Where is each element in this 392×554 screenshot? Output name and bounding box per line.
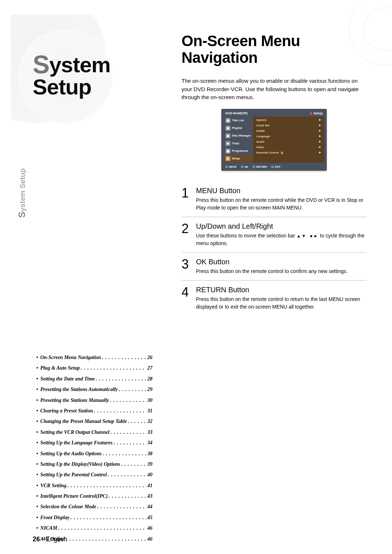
toc-label: Setting the VCR Output Channel (40, 427, 110, 437)
page-language: English (46, 535, 67, 543)
hint-icon (225, 166, 228, 168)
osd-option: Install▶ (254, 128, 323, 134)
toc-label: On-Screen Menu Navigation (40, 352, 101, 363)
step-number: 4 (181, 286, 196, 311)
side-tab-label: System Setup (16, 168, 28, 218)
toc-page-number: 38 (147, 448, 152, 459)
osd-option: Clock Set▶ (254, 123, 323, 128)
bullet-icon: • (36, 491, 38, 501)
osd-option: System▶ (254, 117, 323, 123)
osd-menu-label: Title List (232, 119, 244, 122)
menu-item-icon: ▤ (225, 126, 230, 131)
toc-item: •Presetting the Stations Manually30 (36, 395, 152, 406)
osd-menu-item: ⇄Copy (224, 140, 253, 147)
osd-option-label: System (256, 118, 266, 122)
osd-menu-label: Disc Manager (232, 134, 251, 137)
manual-page: System Setup System Setup •On-Screen Men… (0, 0, 392, 554)
step-title: MENU Button (196, 187, 367, 195)
toc-leader (109, 491, 146, 501)
toc-page-number: 33 (147, 427, 152, 437)
toc-page-number: 46 (147, 534, 152, 544)
step-body: Up/Down and Left/RightUse these buttons … (196, 222, 367, 247)
step-title: RETURN Button (196, 286, 367, 294)
toc-item: •VCR Setting41 (36, 480, 152, 491)
direction-arrows-icon: ▲▼ ◄► (297, 233, 319, 239)
bullet-icon: • (36, 448, 38, 459)
bullet-icon: • (36, 406, 38, 416)
toc-leader (121, 459, 146, 469)
step-number: 3 (181, 258, 196, 275)
toc-leader (70, 512, 146, 523)
bullet-icon: • (36, 512, 38, 523)
right-column: On-Screen Menu Navigation The on-screen … (160, 29, 367, 539)
toc-page-number: 41 (147, 480, 152, 491)
step-description: Press this button on the remote control … (196, 196, 367, 212)
toc-label: Selection the Colour Mode (40, 501, 96, 512)
toc-item: •Presetting the Stations Automatically29 (36, 384, 152, 395)
instruction-step: 1MENU ButtonPress this button on the rem… (181, 182, 367, 217)
chevron-right-icon: ▶ (319, 118, 321, 121)
osd-hint-return: RETURN (253, 166, 267, 168)
toc-label: Setting Up the Audio Options (40, 448, 102, 459)
step-number: 1 (181, 187, 196, 212)
page-number: 26 (33, 535, 40, 543)
toc-item: •Front Display45 (36, 512, 152, 523)
osd-screenshot: DVD-RAM(VR) ◉Setup ▤Title List▤Playlist◉… (221, 109, 327, 171)
step-body: MENU ButtonPress this button on the remo… (196, 187, 367, 212)
toc-page-number: 40 (147, 469, 152, 480)
toc-label: Setting the Date and Time (40, 374, 95, 384)
toc-label: Presetting the Stations Automatically (40, 384, 118, 395)
osd-hint-ok: OK (241, 166, 249, 168)
toc-page-number: 45 (147, 512, 152, 523)
toc-page-number: 34 (147, 437, 152, 448)
osd-hint-exit: EXIT (271, 166, 281, 168)
osd-option: Video▶ (254, 144, 323, 150)
osd-option: Audio▶ (254, 139, 323, 144)
menu-item-icon: ✿ (225, 156, 230, 161)
toc-leader (66, 534, 146, 544)
step-title: Up/Down and Left/Right (196, 222, 367, 231)
bullet-icon: • (36, 374, 38, 384)
toc-label: Presetting the Stations Manually (40, 395, 109, 406)
osd-option-label: Video (256, 146, 264, 149)
chevron-right-icon: ▶ (319, 129, 321, 132)
osd-option: Parental Control🔒▶ (254, 150, 323, 155)
toc-leader (128, 416, 146, 427)
toc-label: Changing the Preset Manual Setup Table (40, 416, 127, 427)
bullet-icon: • (36, 459, 38, 469)
osd-right-panel: System▶Clock Set▶Install▶Language▶Audio▶… (253, 117, 324, 163)
toc-leader (108, 469, 147, 480)
toc-page-number: 31 (147, 406, 152, 416)
bullet-icon: • (36, 384, 38, 395)
osd-menu-item: ▦Programme (224, 147, 253, 155)
toc-page-number: 39 (147, 459, 152, 469)
toc-label: Setting Up the Display(Video) Options (40, 459, 120, 469)
bullet-icon: • (36, 437, 38, 448)
toc-label: NICAM (40, 523, 57, 533)
toc-leader (58, 523, 146, 533)
instruction-step: 3OK ButtonPress this button on the remot… (181, 253, 367, 281)
menu-item-icon: ▦ (225, 148, 230, 154)
osd-header: DVD-RAM(VR) ◉Setup (222, 109, 326, 117)
steps-list: 1MENU ButtonPress this button on the rem… (181, 182, 367, 316)
toc-label: VCR Setting (40, 480, 66, 491)
bullet-icon: • (36, 352, 38, 363)
toc-leader (110, 395, 146, 406)
osd-menu-label: Setup (232, 157, 240, 160)
chevron-right-icon: ▶ (319, 140, 321, 143)
table-of-contents: •On-Screen Menu Navigation26•Plug & Auto… (36, 352, 152, 544)
toc-leader (68, 480, 146, 491)
toc-leader (96, 374, 146, 384)
toc-item: •Plug & Auto Setup27 (36, 363, 152, 373)
toc-leader (119, 384, 146, 395)
osd-option-label: Clock Set (256, 124, 269, 127)
toc-label: Setting Up the Parental Control (40, 469, 107, 480)
osd-body: ▤Title List▤Playlist◉Disc Manager⇄Copy▦P… (222, 117, 326, 164)
osd-mode: ◉Setup (310, 111, 323, 115)
toc-page-number: 44 (147, 501, 152, 512)
bullet-icon: • (36, 523, 38, 533)
toc-page-number: 46 (147, 523, 152, 533)
toc-leader (114, 437, 146, 448)
step-body: RETURN ButtonPress this button on the re… (196, 286, 367, 311)
toc-item: •Selection the Colour Mode44 (36, 501, 152, 512)
